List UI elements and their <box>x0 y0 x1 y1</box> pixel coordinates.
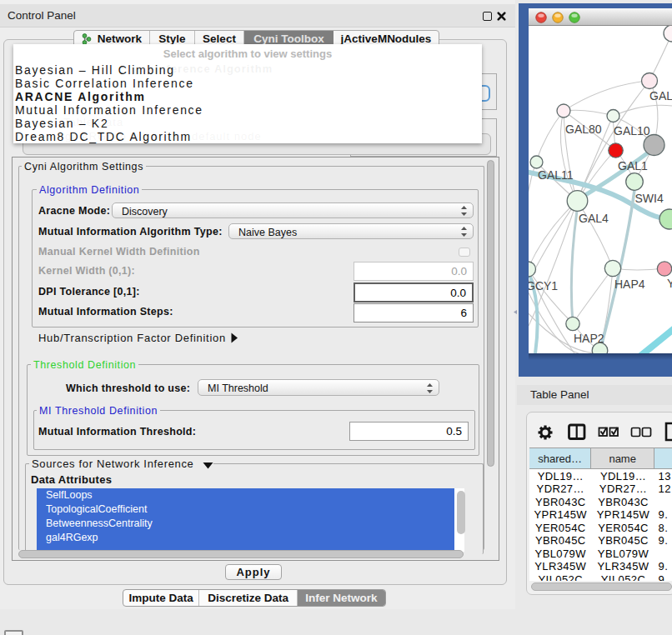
svg-text:HAP4: HAP4 <box>614 278 645 291</box>
svg-text:GCY1: GCY1 <box>529 279 558 292</box>
svg-text:GAL1: GAL1 <box>618 159 648 172</box>
svg-text:GAL10: GAL10 <box>614 124 650 138</box>
svg-text:GAL11: GAL11 <box>538 168 574 182</box>
svg-text:SWI4: SWI4 <box>635 192 664 205</box>
svg-text:HAP2: HAP2 <box>574 332 604 345</box>
svg-text:Y: Y <box>667 277 672 290</box>
svg-text:GAL80: GAL80 <box>565 122 602 136</box>
svg-text:GAL4: GAL4 <box>579 212 609 225</box>
svg-text:GAL7: GAL7 <box>649 89 672 102</box>
